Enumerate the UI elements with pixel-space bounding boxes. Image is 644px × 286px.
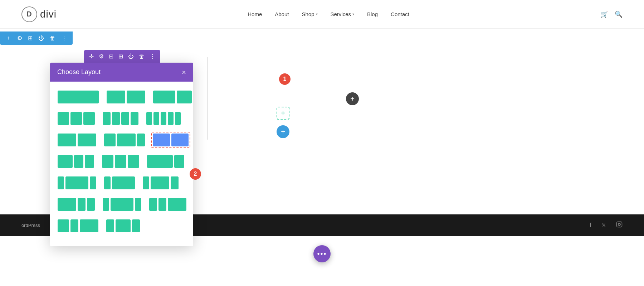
footer-text: ordPress — [21, 223, 40, 228]
purple-toolbar: ✛ ⚙ ⊟ ⊞ ⏻ 🗑 ⋮ — [84, 50, 160, 63]
nav-services[interactable]: Services ▾ — [331, 11, 355, 17]
layout-row-4 — [56, 153, 187, 170]
layout-4col[interactable] — [101, 110, 140, 127]
layout-r7-2[interactable] — [104, 218, 142, 234]
vertical-divider — [208, 57, 208, 140]
svg-rect-0 — [617, 222, 622, 227]
add-section-icon[interactable]: ＋ — [6, 34, 11, 42]
step-2-badge: 2 — [190, 168, 201, 180]
layout-2col-blue-selected[interactable] — [151, 132, 190, 148]
layout-2col-equal[interactable] — [105, 89, 147, 105]
layout-r5-1[interactable] — [56, 175, 98, 191]
blue-toolbar: ＋ ⚙ ⊞ ⏻ 🗑 ⋮ — [0, 31, 73, 45]
layout-row-icon[interactable]: ⊞ — [118, 53, 123, 60]
facebook-icon[interactable]: f — [590, 222, 591, 229]
floating-action-button[interactable]: ••• — [313, 245, 331, 262]
layout-2col-unequal[interactable] — [151, 89, 193, 105]
layout-row-2 — [56, 110, 187, 127]
nav-home[interactable]: Home — [248, 11, 262, 17]
layout-row-6 — [56, 196, 187, 213]
layout-r4-1[interactable] — [56, 153, 96, 170]
disable-row-icon[interactable]: ⏻ — [128, 53, 134, 60]
delete-icon[interactable]: 🗑 — [50, 35, 55, 42]
layout-2col-variant[interactable] — [56, 132, 98, 148]
layout-r5-2[interactable] — [102, 175, 137, 191]
layout-r6-1[interactable] — [56, 196, 97, 213]
add-section-plus-icon: + — [281, 128, 285, 135]
fab-dots-icon: ••• — [317, 250, 327, 258]
main-nav: Home About Shop ▾ Services ▾ Blog Contac… — [248, 11, 409, 17]
layout-r6-3[interactable] — [147, 196, 188, 213]
modal-title: Choose Layout — [57, 68, 101, 76]
instagram-icon[interactable] — [616, 221, 623, 229]
settings-row-icon[interactable]: ⚙ — [99, 53, 104, 60]
layout-row-7 — [56, 218, 187, 234]
layout-r4-2[interactable] — [100, 153, 141, 170]
svg-point-1 — [618, 223, 620, 226]
add-row-button[interactable]: + — [346, 92, 359, 105]
clone-row-icon[interactable]: ⊟ — [109, 53, 113, 60]
more-row-icon[interactable]: ⋮ — [150, 53, 155, 60]
cart-icon[interactable]: 🛒 — [600, 10, 608, 18]
layout-r4-3[interactable] — [145, 153, 186, 170]
add-row-plus-icon: + — [350, 95, 355, 102]
layout-5col[interactable] — [145, 110, 182, 127]
choose-layout-modal: Choose Layout × — [50, 63, 193, 246]
add-column-button[interactable]: + — [277, 107, 289, 120]
layout-row-3 — [56, 132, 187, 148]
move-icon[interactable]: ✛ — [89, 53, 94, 60]
footer-social-icons: f 𝕏 — [590, 221, 623, 229]
layout-3col-variant[interactable] — [102, 132, 147, 148]
layout-r6-2[interactable] — [101, 196, 143, 213]
modal-body — [50, 82, 193, 246]
shop-chevron-icon: ▾ — [316, 12, 318, 16]
step-1-badge: 1 — [279, 73, 291, 85]
layout-row-5 — [56, 175, 187, 191]
layout-r5-3[interactable] — [141, 175, 180, 191]
logo-icon: D — [21, 6, 37, 22]
header: D divi Home About Shop ▾ Services ▾ Blog… — [0, 0, 644, 29]
twitter-icon[interactable]: 𝕏 — [601, 222, 606, 229]
services-chevron-icon: ▾ — [352, 12, 354, 16]
search-icon[interactable]: 🔍 — [615, 10, 623, 18]
delete-row-icon[interactable]: 🗑 — [139, 53, 145, 60]
nav-contact[interactable]: Contact — [391, 11, 409, 17]
logo[interactable]: D divi — [21, 6, 57, 22]
layout-row-1 — [56, 89, 187, 105]
layout-full-width[interactable] — [56, 89, 101, 105]
layout-3col[interactable] — [56, 110, 97, 127]
modal-close-button[interactable]: × — [182, 69, 186, 76]
nav-icon-group: 🛒 🔍 — [600, 10, 623, 18]
layout-r7-1[interactable] — [56, 218, 100, 234]
nav-about[interactable]: About — [275, 11, 289, 17]
settings-icon[interactable]: ⚙ — [17, 35, 22, 42]
add-section-button[interactable]: + — [277, 125, 289, 138]
main-area: ✛ ⚙ ⊟ ⊞ ⏻ 🗑 ⋮ Choose Layout × — [0, 29, 644, 286]
clone-icon[interactable]: ⊞ — [28, 35, 33, 42]
disable-icon[interactable]: ⏻ — [38, 35, 44, 42]
more-icon[interactable]: ⋮ — [61, 35, 67, 42]
svg-point-2 — [620, 223, 621, 223]
nav-blog[interactable]: Blog — [367, 11, 378, 17]
nav-shop[interactable]: Shop ▾ — [302, 11, 317, 17]
add-column-plus-icon: + — [281, 109, 285, 117]
modal-header: Choose Layout × — [50, 63, 193, 82]
logo-text: divi — [40, 9, 57, 20]
